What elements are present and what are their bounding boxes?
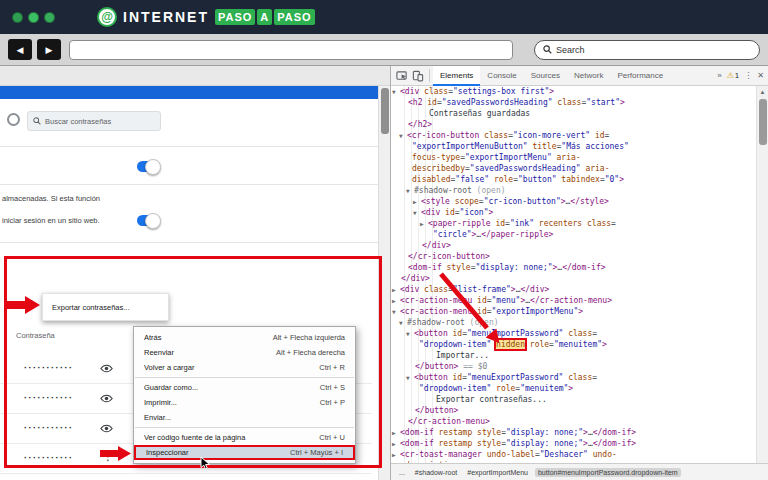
scroll-up-icon[interactable]: ▲: [757, 86, 768, 97]
collapse-arrow-icon[interactable]: ▼: [413, 207, 421, 218]
page-scrollbar[interactable]: [378, 86, 390, 480]
code-token: #shadow-root: [414, 186, 472, 195]
devtools-scrollbar[interactable]: ▲: [756, 86, 768, 463]
tab-performance[interactable]: Performance: [610, 66, 670, 86]
expand-arrow-icon[interactable]: ▶: [392, 427, 400, 438]
warning-badge[interactable]: ⚠ 1: [727, 71, 740, 80]
expand-arrow-icon[interactable]: ▶: [392, 284, 400, 295]
context-menu: AtrásAlt + Flecha izquierdaReenviarAlt +…: [133, 326, 356, 464]
menu-item-atrás[interactable]: AtrásAlt + Flecha izquierda: [134, 330, 355, 345]
code-line[interactable]: ▶<paper-ripple id="ink" recenters class=: [391, 218, 756, 229]
code-token: focus-type: [412, 153, 460, 162]
divider: [0, 242, 378, 243]
menu-item-shortcut: Ctrl + S: [320, 383, 345, 392]
menu-item-reenviar[interactable]: ReenviarAlt + Flecha derecha: [134, 345, 355, 360]
code-line[interactable]: </button> == $0: [391, 361, 756, 372]
menu-item-volver-a-cargar[interactable]: Volver a cargarCtrl + R: [134, 360, 355, 375]
search-icon: [543, 45, 552, 54]
brand-block: PASO: [215, 9, 255, 25]
expand-arrow-icon[interactable]: ▶: [413, 196, 421, 207]
forward-button[interactable]: ▶: [37, 39, 61, 60]
toggle-save-passwords[interactable]: [137, 161, 159, 172]
code-line[interactable]: disabled="false" role="button" tabindex=…: [391, 174, 756, 185]
menu-item-label: Enviar...: [144, 413, 171, 422]
menu-item-guardar-como[interactable]: Guardar como...Ctrl + S: [134, 380, 355, 395]
code-line[interactable]: </button>: [391, 405, 756, 416]
code-line[interactable]: </cr-icon-button>: [391, 251, 756, 262]
code-token: aria-: [557, 153, 581, 162]
eye-icon[interactable]: [100, 424, 113, 433]
code-token: "menuExportPassword": [467, 373, 563, 382]
code-line[interactable]: ▼<cr-icon-button class="icon-more-vert" …: [391, 130, 756, 141]
collapse-arrow-icon[interactable]: ▼: [406, 185, 414, 196]
expand-arrow-icon[interactable]: ▶: [392, 295, 400, 306]
devtools-menu-icon[interactable]: ⋮: [744, 71, 752, 80]
tab-elements[interactable]: Elements: [433, 66, 480, 86]
code-token: class: [568, 329, 592, 338]
breadcrumb-item[interactable]: button#menuImportPassword.dropdown-item: [535, 468, 681, 477]
circle-icon: [7, 113, 20, 126]
code-line[interactable]: <h2 id="savedPasswordsHeading" class="st…: [391, 97, 756, 108]
collapse-arrow-icon[interactable]: ▼: [399, 130, 407, 141]
collapse-arrow-icon[interactable]: ▼: [392, 306, 400, 317]
eye-icon[interactable]: [100, 364, 113, 373]
devtools-close-icon[interactable]: ✕: [757, 71, 764, 80]
eye-icon[interactable]: [100, 394, 113, 403]
code-line[interactable]: </h2>: [391, 119, 756, 130]
address-bar[interactable]: [69, 40, 513, 60]
code-line[interactable]: ▶<dom-if restamp style="display: none;">…: [391, 427, 756, 438]
code-line[interactable]: describedby="savedPasswordsHeading" aria…: [391, 163, 756, 174]
code-line[interactable]: </cr-action-menu>: [391, 416, 756, 427]
code-line[interactable]: "exportImportMenuButton" title="Más acci…: [391, 141, 756, 152]
code-token: <cr-toast-manager: [400, 450, 487, 459]
code-token: id: [445, 208, 455, 217]
export-passwords-button[interactable]: Exportar contraseñas...: [42, 293, 169, 321]
code-line[interactable]: ▶<cr-toast-manager undo-label="Deshacer"…: [391, 449, 756, 460]
collapse-arrow-icon[interactable]: ▼: [399, 317, 407, 328]
scrollbar-thumb[interactable]: [381, 88, 389, 134]
tab-console[interactable]: Console: [480, 66, 523, 86]
code-token: "exportImportMenuButton": [412, 142, 528, 151]
code-line[interactable]: </div>: [391, 240, 756, 251]
search-box[interactable]: Search: [534, 40, 760, 60]
code-line[interactable]: ▼<div class="settings-box first">: [391, 86, 756, 97]
inspect-icon[interactable]: [394, 68, 410, 84]
expand-arrow-icon[interactable]: ▶: [392, 449, 400, 460]
expand-arrow-icon[interactable]: ▶: [392, 438, 400, 449]
code-token: </div>: [401, 274, 430, 283]
code-token: <h2: [408, 98, 427, 107]
breadcrumb-item[interactable]: ...: [396, 468, 408, 477]
code-line[interactable]: Exportar contraseñas...: [391, 394, 756, 405]
code-line[interactable]: focus-type="exportImportMenu" aria-: [391, 152, 756, 163]
breadcrumb-item[interactable]: #exportImportMenu: [464, 468, 531, 477]
more-tabs-icon[interactable]: »: [717, 71, 721, 80]
back-button[interactable]: ◀: [8, 39, 32, 60]
code-line[interactable]: ▼#shadow-root (open): [391, 185, 756, 196]
menu-item-inspeccionar[interactable]: InspeccionarCtrl + Mayús + I: [134, 445, 355, 460]
scrollbar-thumb[interactable]: [759, 99, 767, 145]
code-line[interactable]: "circle">…</paper-ripple>: [391, 229, 756, 240]
tab-network[interactable]: Network: [567, 66, 610, 86]
code-line[interactable]: ▶<dom-if restamp style="display: none;">…: [391, 438, 756, 449]
password-search-field[interactable]: Buscar contraseñas: [27, 111, 161, 131]
collapse-arrow-icon[interactable]: ▼: [406, 328, 414, 339]
breadcrumb-item[interactable]: #shadow-root: [412, 468, 460, 477]
code-line[interactable]: ▼<button id="menuExportPassword" class=: [391, 372, 756, 383]
code-line[interactable]: ▶<style scope="cr-icon-button">…</style>: [391, 196, 756, 207]
toggle-auto-signin[interactable]: [137, 215, 159, 226]
code-line[interactable]: "dropdown-item" role="menuitem">: [391, 383, 756, 394]
code-line[interactable]: ▼<div id="icon">: [391, 207, 756, 218]
code-token: </dom-if>: [593, 428, 636, 437]
code-line[interactable]: Contraseñas guardadas: [391, 108, 756, 119]
tab-sources[interactable]: Sources: [524, 66, 567, 86]
expand-arrow-icon[interactable]: ▶: [420, 218, 428, 229]
device-toolbar-icon[interactable]: [410, 68, 426, 84]
menu-item-enviar[interactable]: Enviar...: [134, 410, 355, 425]
menu-item-label: Ver código fuente de la página: [144, 433, 245, 442]
devtools-tabbar: ElementsConsoleSourcesNetworkPerformance…: [391, 66, 768, 86]
code-token: restamp: [439, 428, 473, 437]
menu-item-ver-código-fuente-de-la-página[interactable]: Ver código fuente de la páginaCtrl + U: [134, 430, 355, 445]
collapse-arrow-icon[interactable]: ▼: [392, 86, 400, 97]
menu-item-imprimir[interactable]: Imprimir...Ctrl + P: [134, 395, 355, 410]
collapse-arrow-icon[interactable]: ▼: [406, 372, 414, 383]
